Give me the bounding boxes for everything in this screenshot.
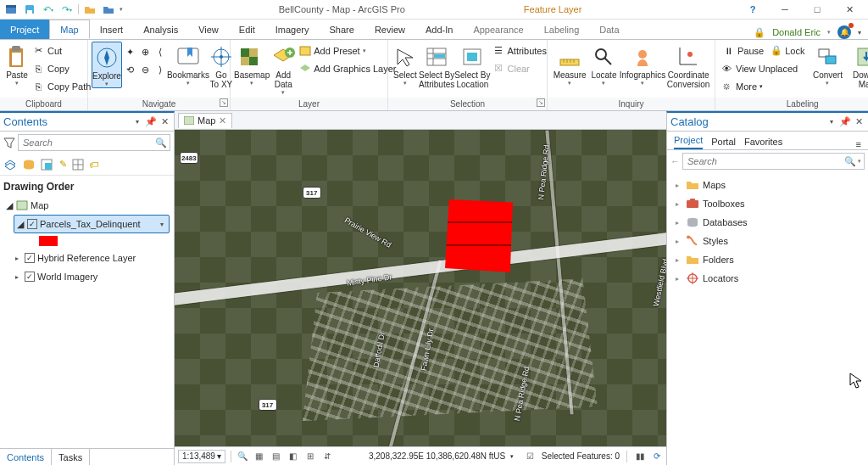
tab-edit[interactable]: Edit — [229, 20, 265, 39]
tab-imagery[interactable]: Imagery — [265, 20, 320, 39]
attributes-button[interactable]: ☰Attributes — [491, 42, 548, 59]
map-frame-collapser-icon[interactable]: ◢ — [5, 201, 14, 210]
list-labeling-icon[interactable]: 🏷 — [89, 160, 98, 170]
layer-expand-icon[interactable]: ▸ — [15, 273, 22, 281]
tab-addin[interactable]: Add-In — [415, 20, 463, 39]
user-name[interactable]: Donald Eric — [772, 27, 821, 37]
fixed-zoom-out-icon[interactable]: ⊖ — [139, 64, 152, 76]
notifications-icon[interactable]: 🔔 — [837, 25, 851, 39]
catalog-menu-icon[interactable]: ≡ — [856, 139, 861, 149]
search-icon[interactable]: 🔍 — [844, 156, 856, 167]
layer-imagery-label[interactable]: World Imagery — [37, 272, 97, 282]
bookmarks-button[interactable]: Bookmarks▾ — [169, 42, 208, 87]
catalog-back-icon[interactable]: ← — [670, 156, 680, 166]
measure-button[interactable]: Measure▾ — [551, 42, 588, 87]
list-source-icon[interactable] — [22, 159, 36, 171]
list-editing-icon[interactable]: ✎ — [59, 159, 67, 170]
add-graphics-layer-button[interactable]: Add Graphics Layer — [297, 59, 398, 77]
cut-button[interactable]: ✂Cut — [31, 42, 92, 59]
pause-drawing-icon[interactable]: ▮▮ — [634, 451, 646, 462]
minimize-icon[interactable]: ─ — [771, 2, 798, 17]
catalog-item-styles[interactable]: ▸Styles — [670, 232, 865, 250]
contents-search-input[interactable]: 🔍 — [18, 134, 170, 151]
coordinate-conversion-button[interactable]: Coordinate Conversion — [665, 42, 711, 89]
sb-grid-icon[interactable]: ▦ — [253, 451, 265, 462]
rotate-icon[interactable]: ⟲ — [124, 64, 136, 76]
layer-visibility-checkbox[interactable]: ✓ — [25, 272, 35, 282]
search-icon[interactable]: 🔍 — [155, 137, 167, 148]
ribbon-dropdown-icon[interactable]: ▾ — [858, 29, 861, 36]
catalog-item-folders[interactable]: ▸Folders — [670, 250, 865, 269]
tab-appearance[interactable]: Appearance — [463, 20, 533, 39]
layer-visibility-checkbox[interactable]: ✓ — [25, 253, 35, 263]
catalog-tab-portal[interactable]: Portal — [711, 133, 736, 149]
layer-collapser-icon[interactable]: ◢ — [16, 220, 25, 228]
tab-share[interactable]: Share — [320, 20, 364, 39]
prev-extent-icon[interactable]: ⟨ — [154, 47, 167, 59]
undo-icon[interactable]: ↶▾ — [41, 2, 56, 17]
next-extent-icon[interactable]: ⟩ — [154, 64, 167, 76]
map-frame-label[interactable]: Map — [31, 200, 48, 210]
tab-map[interactable]: Map — [49, 20, 89, 39]
add-data-button[interactable]: Add Data▾ — [270, 42, 297, 96]
filter-icon[interactable] — [3, 137, 15, 148]
add-preset-button[interactable]: Add Preset▾ — [297, 42, 398, 59]
select-by-location-button[interactable]: Select By Location — [454, 42, 490, 89]
tab-data[interactable]: Data — [589, 20, 629, 39]
tab-insert[interactable]: Insert — [90, 20, 134, 39]
fixed-zoom-in-icon[interactable]: ⊕ — [139, 47, 152, 59]
tab-labeling[interactable]: Labeling — [534, 20, 590, 39]
catalog-options-icon[interactable]: ▾ — [826, 116, 837, 128]
tab-project[interactable]: Project — [0, 20, 49, 39]
refresh-icon[interactable]: ⟳ — [651, 451, 663, 462]
clear-selection-button[interactable]: ☒Clear — [491, 59, 548, 77]
catalog-item-locators[interactable]: ▸Locators — [670, 269, 865, 288]
list-drawing-order-icon[interactable] — [3, 158, 17, 171]
pause-labeling-button[interactable]: ⏸Pause — [721, 42, 765, 59]
select-button[interactable]: Select▾ — [392, 42, 419, 87]
tab-review[interactable]: Review — [364, 20, 415, 39]
view-unplaced-button[interactable]: 👁View Unplaced — [719, 59, 808, 77]
sb-dynamic-icon[interactable]: ◧ — [287, 451, 299, 462]
layer-parcels-label[interactable]: Parcels_Tax_Delinquent — [40, 219, 141, 229]
redo-icon[interactable]: ↷▾ — [59, 2, 75, 17]
catalog-tab-project[interactable]: Project — [674, 132, 703, 149]
catalog-close-icon[interactable]: ✕ — [853, 116, 865, 128]
catalog-item-toolboxes[interactable]: ▸Toolboxes — [670, 194, 865, 213]
basemap-button[interactable]: Basemap▾ — [234, 42, 270, 87]
layer-expand-icon[interactable]: ▸ — [15, 255, 22, 262]
sb-constraints-icon[interactable]: ⊞ — [304, 451, 316, 462]
download-map-button[interactable]: Downlc Map — [847, 42, 868, 89]
layer-hybrid-label[interactable]: Hybrid Reference Layer — [37, 253, 136, 263]
catalog-tab-favorites[interactable]: Favorites — [744, 133, 782, 149]
map-tab-close-icon[interactable]: ✕ — [219, 115, 226, 126]
selection-launcher-icon[interactable]: ↘ — [537, 98, 545, 107]
more-labeling-button[interactable]: ⛭More▾ — [719, 77, 808, 95]
convert-labels-button[interactable]: Convert▾ — [808, 42, 847, 87]
locate-button[interactable]: Locate▾ — [588, 42, 620, 87]
layer-visibility-checkbox[interactable]: ✓ — [27, 219, 37, 229]
sb-zoom-layer-icon[interactable]: 🔍 — [236, 451, 248, 462]
infographics-button[interactable]: Infographics▾ — [620, 42, 665, 87]
sb-snap-icon[interactable]: ▤ — [270, 451, 282, 462]
new-project-icon[interactable] — [101, 2, 116, 17]
project-icon[interactable] — [3, 2, 19, 17]
map-view-tab[interactable]: Map ✕ — [178, 113, 232, 128]
contents-autohide-icon[interactable]: 📌 — [145, 116, 157, 128]
open-project-icon[interactable] — [82, 2, 97, 17]
copy-button[interactable]: ⎘Copy — [31, 59, 92, 77]
selected-features-icon[interactable]: ☑ — [525, 451, 537, 462]
full-extent-icon[interactable]: ✦ — [124, 47, 136, 59]
list-selection-icon[interactable] — [41, 159, 54, 171]
contents-options-icon[interactable]: ▾ — [131, 116, 143, 128]
close-icon[interactable]: ✕ — [836, 2, 863, 17]
navigate-launcher-icon[interactable]: ↘ — [220, 98, 228, 107]
catalog-item-maps[interactable]: ▸Maps — [670, 176, 865, 194]
catalog-search-input[interactable]: 🔍 ▾ — [682, 153, 865, 170]
sb-correction-icon[interactable]: ⇵ — [321, 451, 333, 462]
map-canvas[interactable]: 2483 317 317 Prairie View Rd Misty Pine … — [175, 130, 666, 446]
tab-view[interactable]: View — [188, 20, 229, 39]
paste-button[interactable]: Paste ▾ — [3, 42, 31, 87]
contents-close-icon[interactable]: ✕ — [159, 116, 170, 128]
tab-analysis[interactable]: Analysis — [133, 20, 188, 39]
